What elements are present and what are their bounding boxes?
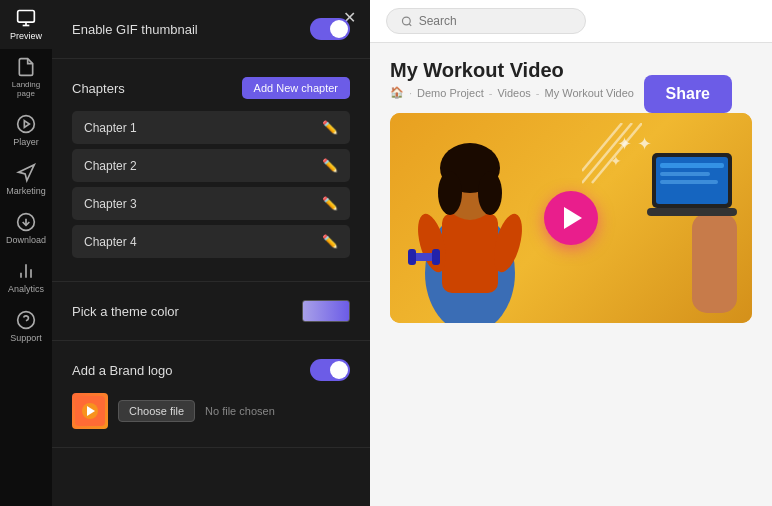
sidebar-item-download[interactable]: Download (0, 204, 52, 253)
sidebar-item-label: Preview (10, 31, 42, 41)
edit-icon[interactable]: ✏️ (322, 234, 338, 249)
main-content: My Workout Video 🏠 · Demo Project - Vide… (370, 0, 772, 506)
bar-chart-icon (16, 261, 36, 281)
gif-toggle-label: Enable GIF thumbnail (72, 22, 198, 37)
sidebar-item-marketing[interactable]: Marketing (0, 155, 52, 204)
download-icon (16, 212, 36, 232)
file-icon (16, 57, 36, 77)
sidebar-item-analytics[interactable]: Analytics (0, 253, 52, 302)
brand-logo-label: Add a Brand logo (72, 363, 172, 378)
sidebar-item-landing[interactable]: Landingpage (0, 49, 52, 106)
play-button[interactable] (544, 191, 598, 245)
breadcrumb-home[interactable]: 🏠 (390, 86, 404, 99)
choose-file-button[interactable]: Choose file (118, 400, 195, 422)
svg-line-36 (592, 123, 642, 183)
brand-logo-row: Add a Brand logo (72, 359, 350, 381)
breadcrumb-sep2: - (489, 87, 493, 99)
sidebar: Preview Landingpage Player Marketing Dow… (0, 0, 52, 506)
chapters-section: Chapters Add New chapter Chapter 1 ✏️ Ch… (52, 59, 370, 282)
play-triangle (564, 207, 582, 229)
color-label: Pick a theme color (72, 304, 179, 319)
breadcrumb-videos[interactable]: Videos (497, 87, 530, 99)
svg-line-37 (582, 123, 622, 171)
breadcrumb: 🏠 · Demo Project - Videos - My Workout V… (390, 86, 634, 99)
chapter-label: Chapter 4 (84, 235, 137, 249)
theme-color-section: Pick a theme color (52, 282, 370, 341)
search-icon (401, 15, 413, 28)
share-button[interactable]: Share (644, 75, 732, 113)
person-svg (390, 123, 550, 323)
chapter-item: Chapter 3 ✏️ (72, 187, 350, 220)
svg-rect-33 (660, 180, 718, 184)
gif-section: Enable GIF thumbnail (52, 0, 370, 59)
breadcrumb-current: My Workout Video (544, 87, 633, 99)
file-row: Choose file No file chosen (72, 393, 350, 429)
chapters-header: Chapters Add New chapter (72, 77, 350, 99)
svg-rect-26 (408, 249, 416, 265)
svg-point-21 (438, 171, 462, 215)
main-body: My Workout Video 🏠 · Demo Project - Vide… (370, 43, 772, 506)
color-swatch[interactable] (302, 300, 350, 322)
no-file-text: No file chosen (205, 405, 275, 417)
svg-rect-18 (442, 213, 498, 293)
chapter-item: Chapter 2 ✏️ (72, 149, 350, 182)
breadcrumb-sep3: - (536, 87, 540, 99)
deco-lines (582, 123, 642, 203)
brand-logo-section: Add a Brand logo Choose file No file cho… (52, 341, 370, 448)
chapters-title: Chapters (72, 81, 125, 96)
svg-rect-27 (432, 249, 440, 265)
sidebar-item-label: Player (13, 137, 39, 147)
edit-icon[interactable]: ✏️ (322, 196, 338, 211)
sidebar-item-label: Support (10, 333, 42, 343)
svg-rect-34 (647, 208, 737, 216)
chapter-label: Chapter 3 (84, 197, 137, 211)
title-block: My Workout Video 🏠 · Demo Project - Vide… (390, 59, 634, 113)
title-row: My Workout Video 🏠 · Demo Project - Vide… (390, 59, 752, 113)
help-circle-icon (16, 310, 36, 330)
sidebar-item-label: Marketing (6, 186, 46, 196)
video-person (390, 123, 550, 323)
svg-point-22 (478, 171, 502, 215)
logo-preview (72, 393, 108, 429)
svg-line-16 (409, 23, 411, 25)
laptop-hand (642, 133, 752, 313)
sidebar-item-label: Download (6, 235, 46, 245)
gif-toggle-row: Enable GIF thumbnail (72, 18, 350, 40)
sidebar-item-player[interactable]: Player (0, 106, 52, 155)
video-thumbnail: ✦ ✦ ✦ (390, 113, 752, 323)
svg-point-3 (18, 116, 35, 133)
sidebar-item-preview[interactable]: Preview (0, 0, 52, 49)
svg-marker-4 (24, 121, 29, 128)
edit-icon[interactable]: ✏️ (322, 120, 338, 135)
color-row: Pick a theme color (72, 300, 350, 322)
svg-rect-0 (18, 11, 35, 23)
breadcrumb-demo-project[interactable]: Demo Project (417, 87, 484, 99)
sidebar-item-support[interactable]: Support (0, 302, 52, 351)
page-title: My Workout Video (390, 59, 634, 82)
svg-rect-31 (660, 163, 724, 168)
breadcrumb-sep: · (409, 87, 412, 99)
svg-point-15 (402, 17, 410, 25)
sidebar-item-label: Analytics (8, 284, 44, 294)
edit-icon[interactable]: ✏️ (322, 158, 338, 173)
play-circle-icon (16, 114, 36, 134)
chapter-label: Chapter 2 (84, 159, 137, 173)
main-header (370, 0, 772, 43)
add-chapter-button[interactable]: Add New chapter (242, 77, 350, 99)
search-bar[interactable] (386, 8, 586, 34)
logo-image (75, 396, 105, 426)
svg-rect-28 (692, 213, 737, 313)
laptop-svg (642, 133, 752, 313)
megaphone-icon (16, 163, 36, 183)
chapter-label: Chapter 1 (84, 121, 137, 135)
sidebar-item-label: Landingpage (12, 80, 40, 98)
svg-rect-32 (660, 172, 710, 176)
chapter-item: Chapter 1 ✏️ (72, 111, 350, 144)
brand-logo-toggle[interactable] (310, 359, 350, 381)
svg-line-35 (582, 123, 632, 183)
gif-toggle[interactable] (310, 18, 350, 40)
monitor-icon (16, 8, 36, 28)
settings-panel: ✕ Enable GIF thumbnail Chapters Add New … (52, 0, 370, 506)
search-input[interactable] (419, 14, 571, 28)
chapter-item: Chapter 4 ✏️ (72, 225, 350, 258)
